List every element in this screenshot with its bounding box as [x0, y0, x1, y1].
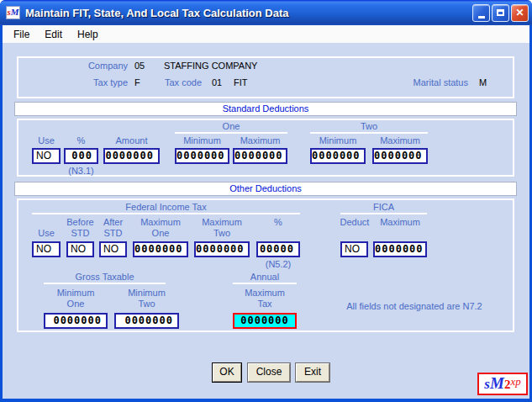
annual-underline [233, 283, 297, 284]
fica-max-field[interactable]: 0000000 [373, 241, 427, 257]
sd-amount-field[interactable]: 0000000 [103, 148, 160, 164]
od-after-std-label: AfterSTD [99, 217, 127, 239]
fica-group-label: FICA [340, 202, 427, 212]
company-label: Company [50, 61, 128, 71]
sd-two-min-field[interactable]: 0000000 [310, 148, 366, 164]
sd-pct-label: % [64, 135, 98, 145]
od-use-label: Use [32, 217, 61, 239]
close-button[interactable]: Close [248, 363, 290, 382]
group-two-underline [310, 132, 428, 134]
od-after-std-field[interactable]: NO [99, 241, 127, 257]
gt-min-two-field[interactable]: 0000000 [114, 313, 179, 329]
od-pct-label: % [256, 217, 300, 228]
od-before-std-field[interactable]: NO [66, 241, 94, 257]
menu-edit[interactable]: Edit [37, 27, 70, 42]
tax-type-label: Tax type [50, 77, 128, 87]
od-before-std-label: BeforeSTD [66, 217, 94, 239]
sd-use-field[interactable]: NO [32, 148, 61, 164]
group-one-underline [175, 132, 287, 134]
od-max-one-label: MaximumOne [133, 217, 188, 239]
exit-button[interactable]: Exit [296, 363, 329, 382]
sd-one-min-label: Minimum [175, 135, 229, 145]
minimize-icon[interactable] [472, 4, 490, 22]
tax-code-value: 01 [212, 77, 222, 87]
sd-two-min-label: Minimum [310, 135, 366, 145]
annual-max-tax-field[interactable]: 0000000 [233, 313, 297, 329]
gt-min-two-label: MinimumTwo [114, 288, 179, 309]
standard-deductions-header: Standard Deductions [14, 102, 517, 116]
marital-status-label: Marital status [381, 77, 468, 87]
ok-button[interactable]: OK [213, 363, 241, 382]
menu-bar: File Edit Help [3, 25, 529, 43]
sd-two-max-field[interactable]: 0000000 [372, 148, 428, 164]
tax-code-name: FIT [234, 77, 248, 87]
fica-max-label: Maximum [373, 217, 427, 228]
tax-type-value: F [134, 77, 140, 87]
fit-group-label: Federal Income Tax [32, 202, 300, 212]
company-code: 05 [134, 61, 145, 71]
od-pct-field[interactable]: 00000 [256, 241, 300, 257]
window: sM Maintain FIT, State, And Local Tax Ca… [0, 0, 532, 402]
sd-one-min-field[interactable]: 0000000 [175, 148, 229, 164]
od-max-two-field[interactable]: 0000000 [194, 241, 250, 257]
od-pct-note: (N5.2) [248, 259, 308, 269]
od-use-field[interactable]: NO [32, 241, 61, 257]
other-deductions-header: Other Deductions [14, 182, 517, 196]
od-max-one-field[interactable]: 0000000 [133, 241, 188, 257]
menu-file[interactable]: File [6, 27, 37, 42]
fica-deduct-label: Deduct [334, 217, 376, 228]
od-max-two-label: MaximumTwo [194, 217, 250, 239]
marital-status-value: M [479, 77, 487, 87]
sd-pct-field[interactable]: 000 [64, 148, 98, 164]
menu-help[interactable]: Help [70, 27, 106, 42]
fica-deduct-field[interactable]: NO [340, 241, 368, 257]
gross-taxable-underline [44, 283, 166, 284]
group-two-label: Two [310, 121, 428, 131]
sd-amount-label: Amount [103, 135, 160, 145]
fit-group-underline [32, 213, 300, 214]
sd-one-max-field[interactable]: 0000000 [233, 148, 287, 164]
fica-group-underline [340, 213, 427, 214]
sd-one-max-label: Maximum [233, 135, 287, 145]
client-area: Company 05 STAFFING COMPANY Tax type F T… [3, 43, 529, 399]
annual-label: Annual [233, 272, 297, 282]
group-one-label: One [175, 121, 287, 131]
gross-taxable-label: Gross Taxable [44, 272, 166, 282]
close-icon[interactable]: ✕ [511, 4, 529, 22]
title-bar[interactable]: sM Maintain FIT, State, And Local Tax Ca… [0, 0, 532, 25]
annual-max-tax-label: MaximumTax [233, 288, 297, 309]
fields-footnote: All fields not designated are N7.2 [301, 301, 528, 311]
sd-use-label: Use [32, 135, 61, 145]
maximize-icon[interactable] [492, 4, 509, 22]
tax-code-label: Tax code [165, 77, 202, 87]
sm2xp-logo: sM2xp [477, 373, 528, 395]
app-logo-icon: sM [6, 6, 20, 19]
window-title: Maintain FIT, State, And Local Tax Calcu… [25, 7, 472, 19]
gt-min-one-label: MinimumOne [44, 288, 108, 309]
window-controls: ✕ [472, 4, 529, 22]
gt-min-one-field[interactable]: 0000000 [44, 313, 108, 329]
sd-two-max-label: Maximum [372, 135, 428, 145]
company-name: STAFFING COMPANY [164, 61, 257, 71]
sd-pct-note: (N3.1) [55, 166, 107, 176]
